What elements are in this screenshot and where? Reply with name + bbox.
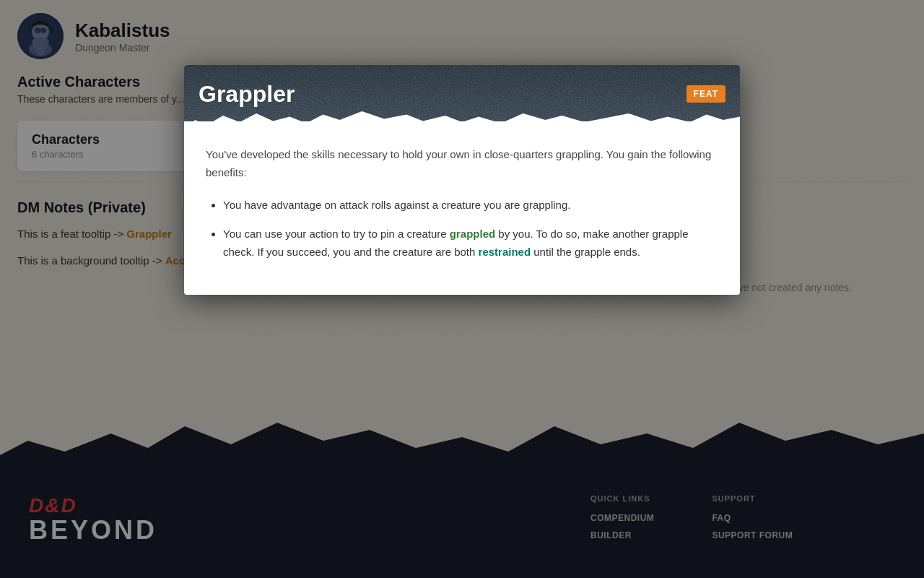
- bullet-2-before: You can use your action to try to pin a …: [223, 228, 450, 240]
- modal-body: You've developed the skills necessary to…: [184, 139, 740, 295]
- restrained-link[interactable]: restrained: [479, 246, 531, 258]
- bullet-2-after: until the grapple ends.: [531, 246, 640, 258]
- modal-title: Grappler: [199, 81, 295, 108]
- modal-bullets: You have advantage on attack rolls again…: [206, 197, 718, 262]
- modal-header: Grappler FEAT: [184, 65, 740, 123]
- grappler-modal: Grappler FEAT You've developed the skill…: [184, 65, 740, 295]
- grappled-link[interactable]: grappled: [450, 228, 495, 240]
- bullet-1-text: You have advantage on attack rolls again…: [223, 199, 570, 211]
- feat-badge: FEAT: [687, 85, 725, 103]
- modal-overlay[interactable]: Grappler FEAT You've developed the skill…: [0, 0, 924, 578]
- modal-intro: You've developed the skills necessary to…: [206, 146, 718, 182]
- modal-torn-edge: [184, 121, 740, 139]
- bullet-2: You can use your action to try to pin a …: [223, 225, 718, 262]
- bullet-1: You have advantage on attack rolls again…: [223, 197, 718, 215]
